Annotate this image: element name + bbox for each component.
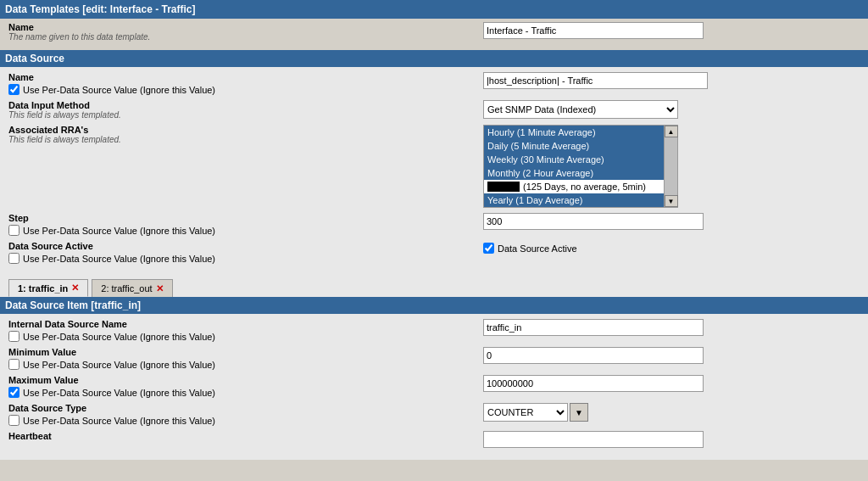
ds-name-input[interactable] [483,72,708,89]
tab-traffic-in-label: 1: traffic_in [18,283,68,294]
dsi-header: Data Source Item [traffic_in] [0,297,868,314]
scroll-up-arrow[interactable]: ▲ [665,126,678,137]
ds-active-value-row: Data Source Active [483,243,577,254]
min-value-input[interactable] [483,347,704,364]
max-value-row: Maximum Value Use Per-Data Source Value … [8,375,860,398]
title-bar: Data Templates [edit: Interface - Traffi… [0,0,868,19]
dst-checkbox[interactable] [8,415,19,426]
tab-traffic-out[interactable]: 2: traffic_out ✕ [92,279,172,297]
ds-active-label: Data Source Active Use Per-Data Source V… [8,241,483,264]
dst-dropdown-btn[interactable]: ▼ [570,403,588,422]
step-checkbox[interactable] [8,225,19,236]
ds-name-label: Name Use Per-Data Source Value (Ignore t… [8,72,483,95]
ds-active-value-checkbox[interactable] [483,243,494,254]
ds-active-checkbox-row: Use Per-Data Source Value (Ignore this V… [8,253,475,264]
title-text: Data Templates [edit: Interface - Traffi… [5,3,196,15]
dsi-name-label: Internal Data Source Name Use Per-Data S… [8,319,483,342]
dsi-body: Internal Data Source Name Use Per-Data S… [0,314,868,460]
min-value-row: Minimum Value Use Per-Data Source Value … [8,347,860,370]
rra-option-weekly[interactable]: Weekly (30 Minute Average) [484,153,664,166]
tab-traffic-in-close[interactable]: ✕ [71,282,79,294]
dst-label: Data Source Type Use Per-Data Source Val… [8,403,483,426]
tabs-area: 1: traffic_in ✕ 2: traffic_out ✕ [0,274,868,297]
step-input[interactable] [483,213,704,230]
data-input-control: Get SNMP Data (Indexed) [483,100,860,119]
dsi-name-checkbox[interactable] [8,331,19,342]
step-checkbox-row: Use Per-Data Source Value (Ignore this V… [8,225,475,236]
min-value-checkbox-row: Use Per-Data Source Value (Ignore this V… [8,359,475,370]
data-source-section: Data Source Name Use Per-Data Source Val… [0,50,868,274]
rra-row: Associated RRA's This field is always te… [8,125,860,208]
rra-option-redacted[interactable]: (125 Days, no average, 5min) [484,180,664,193]
step-row: Step Use Per-Data Source Value (Ignore t… [8,213,860,236]
rra-control: Hourly (1 Minute Average) Daily (5 Minut… [483,125,860,208]
name-section: Name The name given to this data templat… [0,19,868,50]
data-source-header: Data Source [0,50,868,67]
min-value-checkbox[interactable] [8,359,19,370]
ds-active-row: Data Source Active Use Per-Data Source V… [8,241,860,264]
max-value-control [483,375,860,392]
ds-active-per-source-checkbox[interactable] [8,253,19,264]
page-wrapper: Data Templates [edit: Interface - Traffi… [0,0,868,481]
rra-scrollbar[interactable]: ▲ ▼ [664,126,677,207]
dsi-name-input[interactable] [483,319,704,336]
dst-control: COUNTER GAUGE DERIVE ABSOLUTE ▼ [483,403,860,422]
ds-name-checkbox-row: Use Per-Data Source Value (Ignore this V… [8,84,475,95]
dsi-name-checkbox-row: Use Per-Data Source Value (Ignore this V… [8,331,475,342]
rra-option-monthly[interactable]: Monthly (2 Hour Average) [484,166,664,180]
data-source-body: Name Use Per-Data Source Value (Ignore t… [0,67,868,274]
min-value-control [483,347,860,364]
heartbeat-row: Heartbeat [8,431,860,450]
data-input-method-row: Data Input Method This field is always t… [8,100,860,120]
rra-list[interactable]: Hourly (1 Minute Average) Daily (5 Minut… [483,125,678,208]
data-input-label: Data Input Method This field is always t… [8,100,483,120]
rra-options: Hourly (1 Minute Average) Daily (5 Minut… [484,126,664,207]
step-control [483,213,860,230]
name-input[interactable] [483,22,704,39]
dsi-name-control [483,319,860,336]
max-value-label: Maximum Value Use Per-Data Source Value … [8,375,483,398]
dst-select-container: COUNTER GAUGE DERIVE ABSOLUTE ▼ [483,403,588,422]
ds-name-control [483,72,860,89]
ds-active-control: Data Source Active [483,241,860,254]
data-input-select[interactable]: Get SNMP Data (Indexed) [483,100,678,119]
ds-name-checkbox[interactable] [8,84,19,95]
rra-label: Associated RRA's This field is always te… [8,125,483,144]
heartbeat-input[interactable] [483,431,704,448]
heartbeat-label: Heartbeat [8,431,483,441]
min-value-label: Minimum Value Use Per-Data Source Value … [8,347,483,370]
rra-option-hourly[interactable]: Hourly (1 Minute Average) [484,126,664,139]
max-value-input[interactable] [483,375,704,392]
scroll-down-arrow[interactable]: ▼ [665,195,678,207]
rra-option-daily[interactable]: Daily (5 Minute Average) [484,139,664,153]
heartbeat-control [483,431,860,448]
step-label: Step Use Per-Data Source Value (Ignore t… [8,213,483,236]
name-label: Name The name given to this data templat… [8,22,483,42]
name-control [483,22,860,39]
name-field-row: Name The name given to this data templat… [8,22,860,42]
ds-name-row: Name Use Per-Data Source Value (Ignore t… [8,72,860,95]
dsi-section: Data Source Item [traffic_in] Internal D… [0,297,868,460]
dst-checkbox-row: Use Per-Data Source Value (Ignore this V… [8,415,475,426]
rra-option-yearly[interactable]: Yearly (1 Day Average) [484,193,664,207]
tab-traffic-in[interactable]: 1: traffic_in ✕ [8,279,88,297]
max-value-checkbox-row: Use Per-Data Source Value (Ignore this V… [8,387,475,398]
max-value-checkbox[interactable] [8,387,19,398]
dst-row: Data Source Type Use Per-Data Source Val… [8,403,860,426]
tab-traffic-out-label: 2: traffic_out [101,283,152,294]
tab-traffic-out-close[interactable]: ✕ [156,283,164,294]
dsi-name-row: Internal Data Source Name Use Per-Data S… [8,319,860,342]
dst-select[interactable]: COUNTER GAUGE DERIVE ABSOLUTE [483,403,568,422]
